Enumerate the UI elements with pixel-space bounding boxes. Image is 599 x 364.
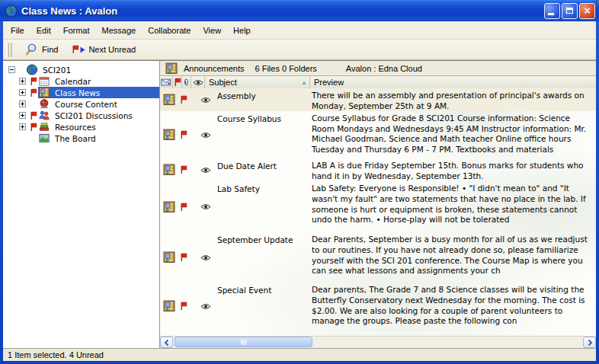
minimize-icon — [548, 13, 554, 15]
menu-edit[interactable]: Edit — [30, 21, 57, 39]
menu-help[interactable]: Help — [227, 21, 257, 39]
expand-icon[interactable] — [19, 101, 26, 107]
message-preview: Course Syllabus for Grade 8 SCI201 Cours… — [310, 111, 596, 158]
maximize-button[interactable] — [562, 3, 578, 19]
close-icon: × — [584, 5, 590, 16]
message-preview: There will be an assembly and presentati… — [310, 88, 596, 111]
eye-icon — [200, 167, 211, 174]
message-subject: September Update — [213, 232, 310, 283]
minimize-button[interactable] — [544, 3, 560, 19]
message-subject: Course Syllabus — [213, 111, 310, 158]
sort-ascending-icon[interactable]: ▲ — [301, 79, 307, 86]
column-flag[interactable] — [173, 76, 182, 88]
message-preview: Lab Safety: Everyone is Responsible! • "… — [310, 181, 596, 232]
toolbar: Find Next Unread — [3, 40, 596, 60]
message-row-assembly[interactable]: Assembly There will be an assembly and p… — [160, 88, 596, 111]
envelope-icon — [161, 77, 171, 88]
preview-header-label: Preview — [314, 78, 344, 87]
calendar-icon — [38, 75, 50, 87]
eye-icon — [200, 97, 211, 104]
column-attachment[interactable] — [182, 76, 191, 88]
message-preview: LAB A is due Friday September 15th. Bonu… — [310, 158, 596, 181]
conference-title: Announcements — [184, 64, 245, 73]
selected-tree-item[interactable]: Class News — [38, 87, 159, 98]
find-label: Find — [42, 45, 58, 54]
tree-item-sci201[interactable]: SCI201 — [3, 64, 159, 75]
expand-icon[interactable] — [19, 78, 26, 85]
scrollbar-thumb[interactable] — [175, 337, 312, 347]
scroll-right-button[interactable] — [583, 337, 596, 348]
message-preview: Dear parents, The Grade 7 and 8 Science … — [310, 283, 596, 330]
menu-message[interactable]: Message — [96, 21, 143, 39]
close-button[interactable]: × — [579, 3, 595, 19]
column-envelope[interactable] — [160, 76, 173, 88]
column-preview[interactable]: Preview — [310, 76, 596, 88]
message-row-course-syllabus[interactable]: Course Syllabus Course Syllabus for Grad… — [160, 111, 596, 158]
people-icon — [38, 110, 50, 121]
tree-item-the-board[interactable]: The Board — [3, 133, 159, 144]
message-row-september-update[interactable]: September Update Dear Parents, September… — [160, 232, 596, 283]
menu-view[interactable]: View — [197, 21, 227, 39]
message-preview: Dear Parents, September is a busy month … — [310, 232, 596, 283]
eye-icon — [200, 203, 211, 210]
expand-icon[interactable] — [19, 123, 26, 130]
flag-icon — [30, 88, 37, 97]
menu-file[interactable]: File — [5, 21, 30, 39]
column-subject[interactable]: Subject ▲ — [205, 76, 310, 88]
toolbar-grip[interactable] — [6, 43, 12, 57]
tree-label: Resources — [53, 123, 98, 132]
next-unread-label: Next Unread — [88, 45, 136, 54]
eye-icon — [200, 303, 211, 310]
eye-icon — [193, 79, 203, 86]
column-header-row: Subject ▲ Preview — [160, 76, 596, 88]
eye-icon — [200, 254, 211, 261]
message-row-special-event[interactable]: Special Event Dear parents, The Grade 7 … — [160, 283, 596, 330]
chevron-right-icon — [586, 338, 594, 347]
collapse-icon[interactable] — [8, 66, 15, 73]
expand-icon[interactable] — [19, 89, 26, 96]
scroll-left-button[interactable] — [160, 337, 173, 348]
flag-icon — [180, 302, 187, 311]
flag-icon — [30, 111, 37, 120]
flag-icon — [180, 130, 187, 139]
flag-icon — [72, 45, 79, 54]
status-text: 1 Item selected. 4 Unread — [8, 350, 104, 359]
expand-icon[interactable] — [19, 112, 26, 119]
message-row-due-date-alert[interactable]: Due Date Alert LAB A is due Friday Septe… — [160, 158, 596, 181]
chevron-left-icon — [163, 338, 171, 347]
tree-label: SCI201 Discussions — [53, 111, 135, 120]
app-window: Class News : Avalon × File Edit Format M… — [0, 0, 599, 364]
tree-item-resources[interactable]: Resources — [3, 121, 159, 133]
next-unread-button[interactable]: Next Unread — [65, 43, 143, 56]
subject-header-label: Subject — [209, 78, 237, 87]
tree-item-class-news[interactable]: Class News — [3, 87, 159, 98]
resources-icon — [38, 121, 50, 133]
tree-label: Calendar — [53, 77, 93, 86]
message-row-lab-safety[interactable]: Lab Safety Lab Safety: Everyone is Respo… — [160, 181, 596, 232]
app-globe-icon — [5, 5, 18, 18]
scrollbar-track[interactable] — [173, 337, 583, 348]
flag-icon — [180, 253, 187, 262]
title-bar[interactable]: Class News : Avalon × — [0, 0, 599, 21]
tree-item-discussions[interactable]: SCI201 Discussions — [3, 110, 159, 121]
tree-label: The Board — [53, 134, 98, 143]
tree-item-calendar[interactable]: Calendar — [3, 75, 159, 87]
message-subject: Due Date Alert — [213, 158, 310, 181]
menu-format[interactable]: Format — [57, 21, 96, 39]
next-unread-icon — [72, 45, 85, 54]
maximize-icon — [566, 8, 573, 14]
bulletin-board-icon — [163, 251, 175, 263]
message-list: Assembly There will be an assembly and p… — [160, 88, 596, 336]
tree-label: SCI201 — [40, 65, 73, 75]
find-button[interactable]: Find — [18, 40, 65, 59]
eye-icon — [200, 132, 211, 139]
horizontal-scrollbar[interactable] — [160, 336, 596, 348]
play-arrow-icon — [80, 46, 85, 53]
tree-item-course-content[interactable]: Course Content — [3, 98, 159, 110]
flag-icon — [180, 165, 187, 174]
bulletin-board-icon — [163, 94, 175, 106]
column-views[interactable] — [191, 76, 205, 88]
globe-icon — [26, 64, 38, 75]
course-content-icon — [38, 98, 50, 110]
menu-collaborate[interactable]: Collaborate — [142, 21, 197, 39]
